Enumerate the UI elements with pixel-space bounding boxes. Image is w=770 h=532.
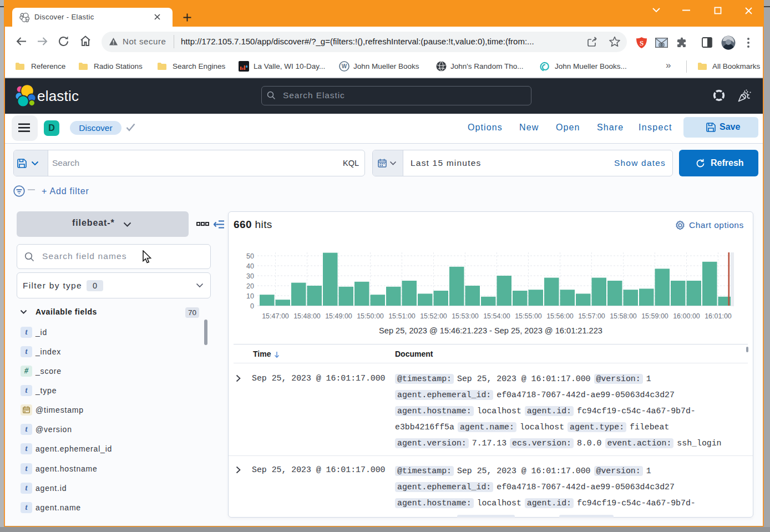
svg-text:10: 10: [246, 292, 254, 300]
svg-text:15:57:00: 15:57:00: [578, 312, 605, 320]
svg-text:15:47:00: 15:47:00: [262, 312, 289, 320]
svg-text:15:52:00: 15:52:00: [420, 312, 447, 320]
svg-text:0: 0: [250, 302, 254, 310]
svg-text:20: 20: [246, 282, 254, 290]
svg-text:16:01:00: 16:01:00: [705, 312, 732, 320]
svg-text:15:59:00: 15:59:00: [641, 312, 668, 320]
svg-text:30: 30: [246, 272, 254, 280]
svg-text:S: S: [640, 39, 644, 47]
svg-text:15:53:00: 15:53:00: [452, 312, 479, 320]
svg-text:40: 40: [246, 262, 254, 270]
svg-text:15:56:00: 15:56:00: [546, 312, 574, 320]
svg-text:16:00:00: 16:00:00: [673, 312, 700, 320]
svg-text:15:58:00: 15:58:00: [610, 312, 637, 320]
svg-text:15:50:00: 15:50:00: [357, 312, 384, 320]
svg-text:15:54:00: 15:54:00: [483, 312, 510, 320]
svg-text:15:51:00: 15:51:00: [388, 312, 416, 320]
svg-text:15:55:00: 15:55:00: [515, 312, 542, 320]
svg-text:50: 50: [246, 252, 254, 260]
svg-text:W: W: [342, 63, 347, 69]
svg-text:15:49:00: 15:49:00: [325, 312, 352, 320]
svg-text:15:48:00: 15:48:00: [293, 312, 321, 320]
